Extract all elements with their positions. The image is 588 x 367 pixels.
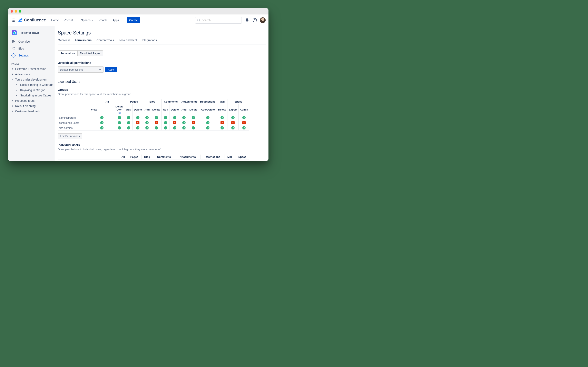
page-tree-item[interactable]: Snorkeling in Los Cabos	[15, 93, 54, 98]
permission-granted-icon	[182, 121, 186, 124]
tab-overview[interactable]: Overview	[58, 37, 70, 44]
svg-point-2	[14, 18, 15, 19]
override-select[interactable]: Default permissions	[58, 67, 104, 73]
sidebar-item-label: Blog	[18, 47, 24, 50]
sidebar-section-pages: PAGES	[8, 59, 54, 66]
product-name: Confluence	[24, 18, 46, 22]
sidebar-item-blog[interactable]: Blog	[9, 45, 53, 52]
page-tree-item[interactable]: Customer feedback	[9, 109, 54, 114]
table-row: site-admins	[58, 125, 249, 131]
app-window: Confluence Home Recent Spaces People App…	[8, 8, 268, 161]
chevron-right-icon	[11, 99, 14, 102]
window-zoom-dot[interactable]	[19, 10, 21, 13]
page-tree-label: Customer feedback	[15, 110, 40, 113]
search-input[interactable]	[201, 18, 240, 22]
window-close-dot[interactable]	[11, 10, 13, 13]
permission-granted-icon	[164, 116, 167, 119]
page-tree-item[interactable]: Kayaking in Oregon	[15, 87, 54, 93]
edit-permissions-button[interactable]: Edit Permissions	[58, 133, 82, 139]
svg-point-4	[13, 20, 14, 20]
permission-granted-icon	[182, 116, 186, 119]
chevron-right-icon	[11, 105, 14, 108]
svg-point-9	[198, 19, 199, 21]
sidebar-item-settings[interactable]: Settings	[9, 52, 53, 59]
licensed-users-heading: Licensed Users	[58, 80, 266, 83]
space-header[interactable]: Exxtreme Travel	[8, 29, 54, 38]
page-tree-label: Proposed tours	[15, 99, 35, 102]
page-tree-item[interactable]: Exxtreme Travel mission	[9, 66, 54, 72]
chevron-down-icon	[120, 19, 122, 21]
page-tree-item[interactable]: Rollout planning	[9, 103, 54, 109]
notifications-icon[interactable]	[244, 17, 250, 23]
nav-spaces[interactable]: Spaces	[79, 17, 96, 23]
page-tree-item[interactable]: Proposed tours	[9, 98, 54, 103]
nav-people[interactable]: People	[96, 17, 110, 23]
group-name: confluence-users	[58, 120, 90, 125]
permission-granted-icon	[136, 126, 139, 129]
gear-icon	[11, 53, 16, 58]
blog-icon	[11, 47, 16, 50]
svg-point-3	[12, 20, 13, 20]
page-tree-item[interactable]: Active tours	[9, 72, 54, 77]
apply-button[interactable]: Apply	[105, 67, 117, 72]
space-name: Exxtreme Travel	[19, 31, 39, 34]
sidebar-item-label: Overview	[18, 40, 30, 43]
tab-permissions[interactable]: Permissions	[75, 37, 91, 44]
permission-granted-icon	[173, 116, 176, 119]
groups-heading: Groups	[58, 88, 266, 91]
group-name: site-admins	[58, 125, 90, 131]
permission-granted-icon	[173, 126, 176, 129]
page-tree-item[interactable]: Rock climbing in Colorado	[15, 82, 54, 87]
chevron-right-icon	[11, 67, 14, 70]
nav-apps[interactable]: Apps	[111, 17, 124, 23]
override-heading: Override all permissions	[58, 61, 266, 64]
individual-users-heading: Individual Users	[58, 143, 266, 147]
confluence-logo-icon	[18, 18, 23, 23]
user-avatar[interactable]	[260, 17, 266, 23]
sidebar-item-label: Settings	[18, 54, 29, 57]
nav-home[interactable]: Home	[49, 17, 61, 23]
space-icon	[12, 30, 17, 35]
permission-granted-icon	[231, 126, 234, 129]
svg-point-7	[13, 21, 14, 22]
nav-spaces-label: Spaces	[81, 18, 91, 22]
permission-granted-icon	[182, 126, 186, 129]
permission-granted-icon	[118, 116, 121, 119]
subtab-permissions[interactable]: Permissions	[58, 50, 78, 56]
svg-point-5	[14, 20, 15, 20]
permission-granted-icon	[127, 121, 130, 124]
page-tree-label: Exxtreme Travel mission	[15, 67, 46, 71]
table-row: administrators	[58, 115, 249, 120]
groups-description: Grant permissions for this space to all …	[58, 92, 266, 96]
overview-icon	[11, 40, 16, 44]
tab-content-tools[interactable]: Content Tools	[96, 37, 114, 44]
settings-tabs: OverviewPermissionsContent ToolsLook and…	[58, 37, 266, 44]
subtab-restricted-pages[interactable]: Restricted Pages	[78, 50, 103, 56]
tab-integrations[interactable]: Integrations	[142, 37, 157, 44]
page-tree-label: Rollout planning	[15, 104, 35, 108]
window-minimize-dot[interactable]	[15, 10, 17, 13]
page-tree-label: Snorkeling in Los Cabos	[20, 94, 51, 97]
permission-granted-icon	[221, 116, 224, 119]
space-sidebar: Exxtreme Travel Overview Blog Settings P…	[8, 26, 54, 161]
permission-granted-icon	[242, 116, 246, 119]
svg-point-0	[12, 18, 13, 19]
permission-granted-icon	[206, 121, 209, 124]
page-tree-item[interactable]: Tours under development	[9, 77, 54, 82]
svg-point-6	[12, 21, 13, 22]
permission-granted-icon	[145, 116, 149, 119]
global-search[interactable]	[195, 17, 242, 24]
individual-permission-table: AllPagesBlogCommentsAttachmentsRestricti…	[58, 155, 249, 159]
help-icon[interactable]	[252, 17, 258, 23]
permission-granted-icon	[100, 121, 104, 124]
product-logo[interactable]: Confluence	[18, 18, 46, 23]
app-switcher-icon[interactable]	[10, 17, 17, 24]
sidebar-item-overview[interactable]: Overview	[9, 38, 53, 45]
nav-recent[interactable]: Recent	[62, 17, 78, 23]
tab-look-and-feel[interactable]: Look and Feel	[119, 37, 137, 44]
group-name: administrators	[58, 115, 90, 120]
permission-granted-icon	[164, 121, 167, 124]
permission-granted-icon	[127, 116, 130, 119]
create-button[interactable]: Create	[127, 17, 140, 23]
help-link[interactable]: [?]	[118, 111, 121, 114]
